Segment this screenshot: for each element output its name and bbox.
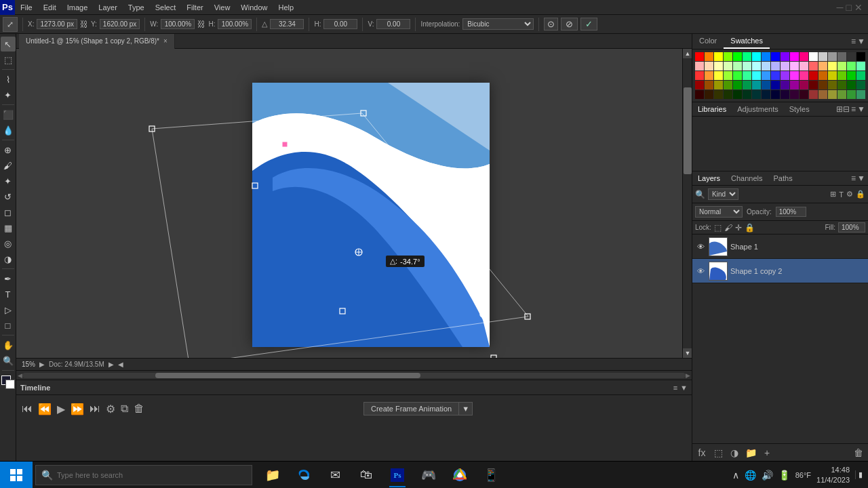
- blend-mode-select[interactable]: Normal: [695, 206, 743, 218]
- color-panel-menu[interactable]: ≡: [851, 37, 856, 46]
- swatch-u12[interactable]: [800, 90, 808, 99]
- scroll-up-btn[interactable]: ▲: [683, 49, 692, 58]
- swatch-u1[interactable]: [695, 90, 704, 99]
- layer-icon-2[interactable]: T: [839, 190, 844, 199]
- tl-settings[interactable]: ⚙: [106, 403, 115, 415]
- swatch-t16[interactable]: [837, 81, 846, 89]
- swatch-green[interactable]: [733, 52, 742, 61]
- taskbar-edge[interactable]: [289, 462, 319, 489]
- hscroll-left[interactable]: ◀: [18, 372, 22, 379]
- swatch-s10[interactable]: [781, 71, 789, 80]
- layer-adj-btn[interactable]: ◑: [728, 446, 741, 460]
- swatch-t12[interactable]: [800, 81, 808, 89]
- scroll-track[interactable]: [683, 58, 692, 348]
- swatch-t6[interactable]: [743, 81, 751, 89]
- taskbar-mail[interactable]: ✉: [320, 462, 350, 489]
- gradient-tool[interactable]: ▦: [1, 220, 16, 235]
- swatch-r9[interactable]: [771, 62, 780, 70]
- hscroll-thumb[interactable]: [155, 373, 420, 378]
- swatch-blue[interactable]: [771, 52, 780, 61]
- swatch-t15[interactable]: [828, 81, 837, 89]
- swatch-s11[interactable]: [790, 71, 799, 80]
- layer-group-btn[interactable]: 📁: [744, 446, 757, 460]
- swatch-violet[interactable]: [781, 52, 789, 61]
- swatch-r7[interactable]: [752, 62, 761, 70]
- tray-battery[interactable]: 🔋: [778, 470, 790, 481]
- opacity-input[interactable]: [776, 207, 806, 217]
- menu-view[interactable]: View: [209, 2, 236, 13]
- tl-delete-frame[interactable]: 🗑: [134, 403, 144, 415]
- swatch-u7[interactable]: [752, 90, 761, 99]
- swatch-s18[interactable]: [856, 71, 865, 80]
- swatch-u15[interactable]: [828, 90, 837, 99]
- layer-icon-3[interactable]: ⚙: [846, 190, 853, 199]
- swatch-r6[interactable]: [743, 62, 751, 70]
- menu-layer[interactable]: Layer: [93, 2, 123, 13]
- menu-file[interactable]: File: [15, 2, 38, 13]
- swatch-s17[interactable]: [847, 71, 856, 80]
- swatch-mgray[interactable]: [828, 52, 837, 61]
- swatch-cyan[interactable]: [752, 52, 761, 61]
- lock-transparent-btn[interactable]: ⬚: [714, 223, 722, 232]
- commit-transform-btn[interactable]: ✓: [580, 18, 597, 30]
- swatch-s12[interactable]: [800, 71, 808, 80]
- swatch-s15[interactable]: [828, 71, 837, 80]
- w-value[interactable]: 100.00%: [161, 19, 195, 29]
- swatch-u11[interactable]: [790, 90, 799, 99]
- tl-first-frame[interactable]: ⏮: [22, 403, 33, 415]
- swatch-lgray[interactable]: [818, 52, 827, 61]
- swatch-t5[interactable]: [733, 81, 742, 89]
- swatch-yellow[interactable]: [714, 52, 723, 61]
- crop-tool[interactable]: ⬛: [1, 107, 16, 122]
- hand-tool[interactable]: ✋: [1, 338, 16, 352]
- paths-tab[interactable]: Paths: [768, 171, 798, 185]
- menu-image[interactable]: Image: [62, 2, 94, 13]
- hscroll-right[interactable]: ▶: [686, 372, 690, 379]
- swatch-s16[interactable]: [837, 71, 846, 80]
- swatches-tab[interactable]: Swatches: [724, 34, 770, 49]
- fill-input[interactable]: [838, 222, 865, 232]
- swatch-t13[interactable]: [809, 81, 818, 89]
- eyedropper-tool[interactable]: 💧: [1, 123, 16, 138]
- tl-prev-frame[interactable]: ⏪: [38, 403, 52, 415]
- swatch-lime[interactable]: [724, 52, 732, 61]
- scroll-thumb[interactable]: [684, 87, 692, 174]
- menu-help[interactable]: Help: [273, 2, 299, 13]
- move-tool[interactable]: ↖: [1, 37, 16, 52]
- layer-visibility-shape1copy2[interactable]: 👁: [695, 266, 706, 277]
- swatch-t7[interactable]: [752, 81, 761, 89]
- brush-tool[interactable]: 🖌: [1, 158, 16, 173]
- swatch-s1[interactable]: [695, 71, 704, 80]
- rotation-value[interactable]: 32.34: [270, 19, 304, 29]
- eraser-tool[interactable]: ◻: [1, 205, 16, 220]
- swatch-t11[interactable]: [790, 81, 799, 89]
- tl-last-frame[interactable]: ⏭: [90, 403, 100, 415]
- transform-tool-icon[interactable]: ⤢: [3, 17, 18, 32]
- swatch-r14[interactable]: [818, 62, 827, 70]
- taskbar-store[interactable]: 🛍: [351, 462, 381, 489]
- swatch-s13[interactable]: [809, 71, 818, 80]
- adjustments-tab[interactable]: Adjustments: [732, 102, 784, 116]
- zoom-tool[interactable]: 🔍: [1, 353, 16, 368]
- show-desktop-btn[interactable]: ▮: [855, 470, 863, 479]
- menu-type[interactable]: Type: [123, 2, 150, 13]
- skew-v-value[interactable]: 0.00: [376, 19, 410, 29]
- lock-position-btn[interactable]: ✛: [735, 223, 742, 232]
- swatch-s4[interactable]: [724, 71, 732, 80]
- swatch-u14[interactable]: [818, 90, 827, 99]
- menu-window[interactable]: Window: [235, 2, 273, 13]
- swatch-black[interactable]: [856, 52, 865, 61]
- lib-collapse[interactable]: ▼: [857, 104, 865, 114]
- layer-item-shape1copy2[interactable]: 👁 Shape 1 copy 2: [692, 259, 868, 283]
- swatch-r17[interactable]: [847, 62, 856, 70]
- pen-tool[interactable]: ✒: [1, 271, 16, 286]
- document-tab[interactable]: Untitled-1 @ 15% (Shape 1 copy 2, RGB/8)…: [19, 34, 175, 49]
- swatch-t2[interactable]: [705, 81, 713, 89]
- swatch-r4[interactable]: [724, 62, 732, 70]
- layer-icon-1[interactable]: ⊞: [830, 190, 836, 199]
- swatch-orange[interactable]: [705, 52, 713, 61]
- swatch-r15[interactable]: [828, 62, 837, 70]
- swatch-u8[interactable]: [762, 90, 770, 99]
- swatch-u2[interactable]: [705, 90, 713, 99]
- create-frame-dropdown[interactable]: ▼: [459, 402, 473, 415]
